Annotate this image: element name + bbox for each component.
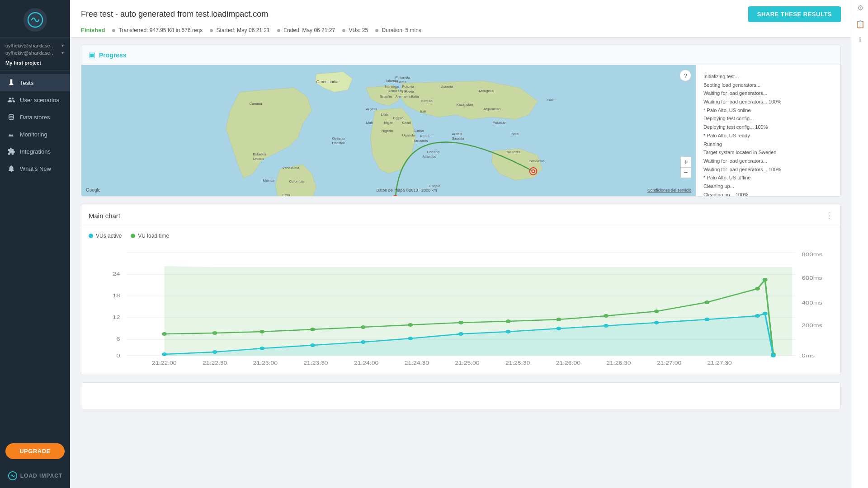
svg-point-91 (458, 332, 463, 336)
brand-footer: LOAD IMPACT (0, 466, 70, 488)
svg-point-75 (408, 323, 413, 327)
svg-text:Nigeria: Nigeria (382, 129, 393, 133)
svg-text:21:26:00: 21:26:00 (556, 361, 581, 366)
content-area: ▣ Progress (70, 38, 852, 417)
chart-area: 0 6 12 18 24 0ms 200ms 400ms 600ms 800ms (81, 239, 840, 375)
log-line-15: Cleaning up... 100% (703, 191, 833, 196)
log-line-10: Target system located in Sweden (703, 148, 833, 157)
svg-text:0ms: 0ms (802, 353, 815, 358)
progress-card: ▣ Progress (81, 45, 841, 197)
svg-point-96 (704, 318, 709, 321)
svg-text:Polonia: Polonia (402, 84, 415, 89)
log-line-2: Booting load generators... (703, 81, 833, 89)
svg-text:21:23:00: 21:23:00 (253, 361, 278, 366)
svg-text:Kazajistán: Kazajistán (457, 103, 473, 107)
log-line-3: Waiting for load generators... (703, 89, 833, 98)
sidebar-item-data-stores[interactable]: Data stores (0, 108, 70, 126)
legend-dot-load (131, 234, 135, 238)
zoom-out-button[interactable]: − (680, 167, 691, 178)
sidebar-item-user-scenarios[interactable]: User scenarios (0, 91, 70, 108)
svg-text:21:23:30: 21:23:30 (303, 361, 328, 366)
dot-5 (375, 29, 378, 32)
svg-point-97 (755, 314, 760, 318)
svg-text:12: 12 (113, 314, 120, 320)
svg-text:Turquía: Turquía (420, 99, 433, 103)
svg-text:Egipto: Egipto (393, 116, 404, 120)
sidebar-item-monitoring[interactable]: Monitoring (0, 126, 70, 143)
svg-text:400ms: 400ms (802, 300, 822, 305)
svg-text:Chad: Chad (402, 121, 411, 125)
progress-card-header: ▣ Progress (81, 45, 840, 65)
svg-text:Pakistán: Pakistán (493, 121, 507, 125)
legend-vus-active: VUs active (89, 233, 122, 239)
svg-text:Uganda: Uganda (402, 133, 415, 137)
svg-text:Ucrania: Ucrania (441, 84, 453, 89)
svg-text:24: 24 (113, 271, 121, 277)
status-finished: Finished (81, 27, 105, 33)
svg-text:Colombia: Colombia (289, 179, 305, 183)
svg-text:Venezuela: Venezuela (283, 166, 300, 170)
started-stat: Started: May 06 21:21 (210, 27, 269, 33)
chevron-icon-2: ▼ (61, 51, 65, 55)
svg-text:Perú: Perú (283, 193, 290, 196)
progress-icon: ▣ (89, 51, 95, 59)
svg-text:21:27:00: 21:27:00 (657, 361, 682, 366)
monitoring-icon (7, 130, 15, 138)
log-line-8: * Palo Alto, US ready (703, 131, 833, 140)
logo-circle (24, 8, 47, 32)
svg-text:Libia: Libia (381, 113, 389, 117)
svg-text:Mongolia: Mongolia (479, 89, 494, 93)
map-help-button[interactable]: ? (679, 70, 691, 81)
chart-menu-icon[interactable]: ⋮ (825, 211, 833, 221)
chart-card-header: Main chart ⋮ (81, 204, 840, 227)
svg-text:Reino Unido: Reino Unido (388, 89, 408, 93)
log-line-14: Cleaning up... (703, 182, 833, 191)
svg-point-85 (162, 352, 167, 356)
dot-4 (342, 29, 345, 32)
share-results-button[interactable]: SHARE THESE RESULTS (748, 6, 841, 22)
map-zoom-controls: + − (680, 156, 691, 178)
right-panel-icon-2[interactable]: 📋 (856, 20, 865, 29)
map-terms[interactable]: Condiciones del servicio (647, 188, 691, 192)
svg-point-80 (654, 310, 659, 313)
svg-text:India: India (511, 132, 519, 136)
header-top: Free test - auto generated from test.loa… (81, 6, 841, 27)
svg-point-78 (556, 318, 561, 321)
user-account-1[interactable]: oyfhekiv@sharklasers.... ▼ (5, 42, 65, 49)
svg-point-79 (604, 314, 609, 318)
user-account-2[interactable]: oyfhekiv@sharklasers... ▼ (5, 49, 65, 56)
svg-point-82 (755, 287, 760, 291)
svg-point-86 (212, 350, 217, 354)
zoom-in-button[interactable]: + (680, 156, 691, 167)
svg-text:Groenlandia: Groenlandia (316, 80, 339, 84)
log-line-11: Waiting for load generators... (703, 157, 833, 165)
upgrade-button[interactable]: UPGRADE (5, 443, 65, 459)
chart-title: Main chart (89, 212, 120, 220)
svg-text:España: España (380, 94, 392, 99)
svg-text:Etiopía: Etiopía (429, 184, 441, 188)
svg-point-70 (162, 332, 167, 336)
svg-text:Malí: Malí (366, 121, 373, 125)
svg-point-99 (771, 354, 776, 357)
map-scale: Datos del mapa ©2018 2000 km (376, 188, 437, 192)
svg-point-98 (763, 312, 768, 315)
legend-vu-load-time: VU load time (131, 233, 169, 239)
sidebar-item-whats-new[interactable]: What's New (0, 160, 70, 177)
project-label: My first project (5, 56, 65, 67)
svg-point-90 (408, 337, 413, 340)
svg-text:21:25:00: 21:25:00 (455, 361, 480, 366)
status-bar: Finished Transferred: 947.95 K8 in 576 r… (81, 27, 841, 37)
bottom-mini-card (81, 382, 841, 409)
svg-point-81 (704, 300, 709, 304)
transferred-stat: Transferred: 947.95 K8 in 576 reqs (112, 27, 203, 33)
log-line-4: Waiting for load generators... 100% (703, 98, 833, 106)
right-panel-icon-3[interactable]: ℹ (856, 36, 865, 45)
svg-text:21:24:00: 21:24:00 (354, 361, 379, 366)
svg-text:Tailandia: Tailandia (506, 150, 521, 154)
sidebar-item-tests[interactable]: Tests (0, 74, 70, 91)
svg-text:Core...: Core... (547, 99, 557, 102)
right-panel-icon-1[interactable]: ⚙ (856, 4, 865, 13)
svg-point-94 (604, 324, 609, 328)
sidebar-item-integrations[interactable]: Integrations (0, 143, 70, 160)
users-icon (7, 96, 15, 104)
